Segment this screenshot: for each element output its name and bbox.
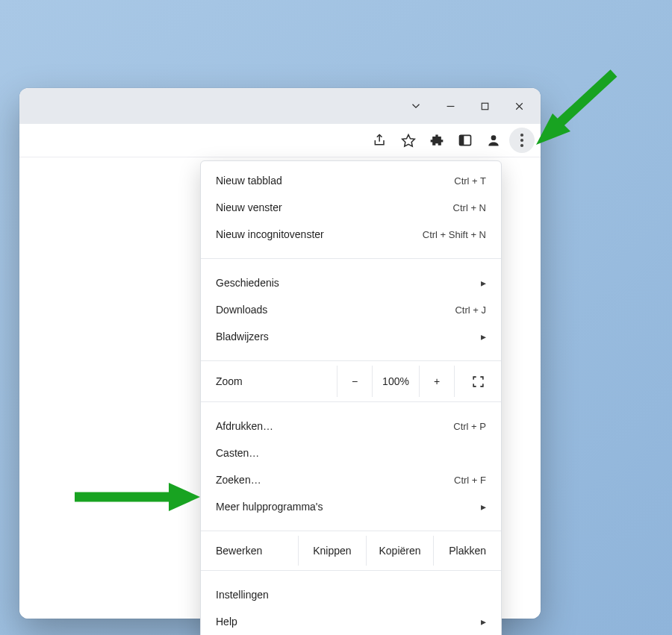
menu-label: Bladwijzers (216, 331, 481, 342)
svg-rect-1 (482, 103, 488, 110)
svg-marker-11 (169, 483, 200, 511)
menu-item-more-tools[interactable]: Meer hulpprogramma's ▸ (201, 493, 501, 526)
zoom-in-button[interactable]: + (419, 366, 454, 397)
side-panel-icon[interactable] (452, 128, 478, 153)
menu-separator (201, 531, 501, 531)
menu-separator (201, 360, 501, 361)
submenu-arrow-icon: ▸ (481, 277, 486, 289)
menu-label: Casten… (216, 447, 486, 459)
menu-label: Help (216, 616, 481, 628)
maximize-button[interactable] (467, 89, 502, 123)
menu-label: Downloads (216, 304, 455, 316)
tab-search-button[interactable] (399, 89, 433, 123)
chrome-main-menu: Nieuw tabblad Ctrl + T Nieuw venster Ctr… (200, 160, 502, 635)
menu-item-new-tab[interactable]: Nieuw tabblad Ctrl + T (201, 161, 501, 194)
share-icon[interactable] (367, 128, 393, 153)
menu-item-history[interactable]: Geschiedenis ▸ (201, 263, 501, 296)
menu-shortcut: Ctrl + N (453, 202, 486, 213)
annotation-arrow-top (524, 67, 621, 157)
extensions-icon[interactable] (424, 128, 449, 153)
menu-shortcut: Ctrl + P (453, 421, 486, 432)
menu-item-bookmarks[interactable]: Bladwijzers ▸ (201, 323, 501, 356)
menu-item-cast[interactable]: Casten… (201, 440, 501, 466)
submenu-arrow-icon: ▸ (481, 501, 486, 513)
menu-shortcut: Ctrl + Shift + N (423, 229, 486, 240)
svg-line-8 (554, 73, 614, 128)
menu-separator (201, 258, 501, 259)
fullscreen-button[interactable] (454, 366, 501, 397)
menu-item-new-window[interactable]: Nieuw venster Ctrl + N (201, 194, 501, 221)
more-vertical-icon (520, 134, 523, 147)
menu-label: Bewerken (201, 536, 298, 566)
menu-separator (201, 401, 501, 402)
menu-item-find[interactable]: Zoeken… Ctrl + F (201, 466, 501, 493)
submenu-arrow-icon: ▸ (481, 331, 486, 342)
svg-point-7 (491, 135, 497, 140)
menu-shortcut: Ctrl + J (455, 304, 486, 316)
zoom-out-button[interactable]: − (337, 366, 372, 397)
edit-paste-button[interactable]: Plakken (433, 536, 501, 566)
menu-label: Instellingen (216, 589, 486, 601)
menu-item-settings[interactable]: Instellingen (201, 575, 501, 608)
zoom-value: 100% (372, 366, 419, 397)
menu-label: Zoom (201, 375, 337, 387)
menu-item-new-incognito[interactable]: Nieuw incognitovenster Ctrl + Shift + N (201, 221, 501, 254)
submenu-arrow-icon: ▸ (481, 616, 486, 628)
menu-label: Meer hulpprogramma's (216, 501, 481, 513)
edit-copy-button[interactable]: Kopiëren (366, 536, 434, 566)
tab-strip (19, 88, 541, 124)
menu-item-edit: Bewerken Knippen Kopiëren Plakken (201, 536, 501, 566)
bookmark-star-icon[interactable] (396, 128, 421, 153)
minimize-button[interactable] (433, 89, 467, 123)
menu-shortcut: Ctrl + T (454, 175, 486, 187)
menu-item-help[interactable]: Help ▸ (201, 608, 501, 635)
menu-item-zoom: Zoom − 100% + (201, 366, 501, 397)
annotation-arrow-left (75, 478, 209, 516)
menu-label: Nieuw incognitovenster (216, 228, 423, 240)
menu-label: Zoeken… (216, 474, 454, 486)
menu-item-print[interactable]: Afdrukken… Ctrl + P (201, 407, 501, 440)
menu-label: Nieuw venster (216, 201, 453, 213)
edit-cut-button[interactable]: Knippen (298, 536, 366, 566)
svg-rect-6 (460, 135, 464, 145)
profile-icon[interactable] (481, 128, 506, 153)
toolbar (19, 124, 541, 157)
menu-label: Afdrukken… (216, 420, 453, 432)
svg-marker-4 (402, 135, 415, 147)
menu-label: Nieuw tabblad (216, 175, 454, 187)
menu-item-downloads[interactable]: Downloads Ctrl + J (201, 296, 501, 323)
menu-shortcut: Ctrl + F (454, 475, 486, 486)
menu-label: Geschiedenis (216, 277, 481, 289)
menu-separator (201, 570, 501, 571)
